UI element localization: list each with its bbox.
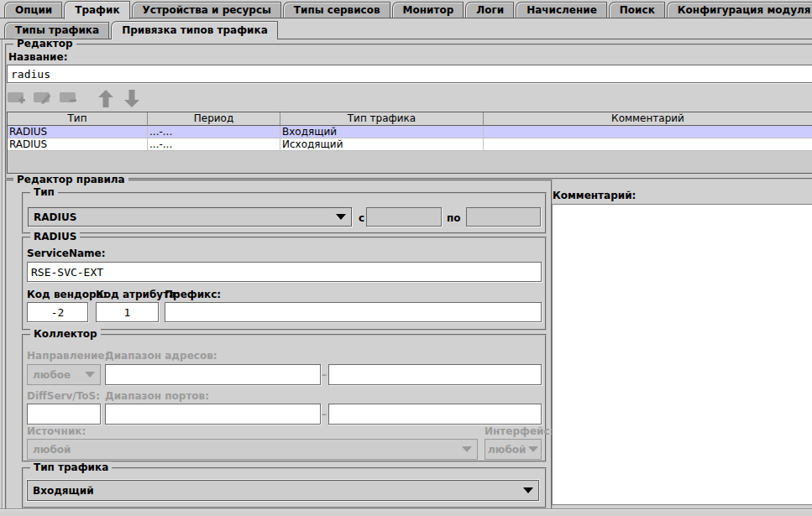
type-combo[interactable]: RADIUS <box>28 207 352 227</box>
cell-type[interactable]: RADIUS <box>8 126 148 138</box>
tab-logs[interactable]: Логи <box>465 2 514 18</box>
source-combo-value: любой <box>33 444 71 456</box>
cell-traffic-type[interactable]: Исходящий <box>280 138 484 151</box>
table-header-row: Тип Период Тип трафика Комментарий <box>8 112 812 126</box>
tab-search[interactable]: Поиск <box>609 2 665 18</box>
col-header-period[interactable]: Период <box>148 112 280 126</box>
source-label: Источник: <box>27 425 86 437</box>
chevron-down-icon <box>528 446 538 452</box>
editor-group-title: Редактор <box>13 38 76 50</box>
chevron-down-icon <box>523 487 533 493</box>
cell-comment[interactable] <box>484 126 812 138</box>
radius-group-title: RADIUS <box>30 231 80 242</box>
diffserv-input[interactable] <box>27 404 101 425</box>
comment-label: Комментарий: <box>553 190 636 201</box>
interface-label: Интерфейс: <box>485 425 542 437</box>
chevron-down-icon <box>85 372 95 378</box>
main-tab-bar: Опции Трафик Устройства и ресурсы Типы с… <box>4 1 812 18</box>
panel-bottom-highlight <box>0 509 812 510</box>
sub-tab-bar: Типы трафика Привязка типов трафика <box>4 21 278 39</box>
servicename-label: ServiceName: <box>27 248 105 259</box>
table-row[interactable]: RADIUS ...-... Входящий <box>8 126 812 138</box>
rule-toolbar <box>7 90 142 107</box>
collector-group-title: Коллектор <box>30 328 101 340</box>
tab-devices-resources[interactable]: Устройства и ресурсы <box>132 2 281 18</box>
rule-editor-title: Редактор правила <box>13 174 128 185</box>
to-label: по <box>447 212 461 224</box>
address-range-label: Диапазон адресов: <box>105 350 217 362</box>
attribute-code-input[interactable] <box>96 302 159 322</box>
col-header-traffic-type[interactable]: Тип трафика <box>280 112 484 126</box>
cell-period[interactable]: ...-... <box>148 126 280 138</box>
interface-combo-value: любой <box>488 444 526 456</box>
direction-combo-value: любое <box>33 369 71 381</box>
add-icon[interactable] <box>7 90 27 107</box>
type-combo-value: RADIUS <box>34 211 76 223</box>
prefix-input[interactable] <box>165 302 542 322</box>
interface-combo: любой <box>485 439 542 460</box>
col-header-comment[interactable]: Комментарий <box>484 112 812 126</box>
cell-type[interactable]: RADIUS <box>8 138 148 151</box>
diffserv-label: DiffServ/ToS: <box>27 390 100 402</box>
chevron-down-icon <box>336 214 346 220</box>
type-group-title: Тип <box>30 186 58 198</box>
traffic-type-combo[interactable]: Входящий <box>27 480 539 501</box>
port-from-input[interactable] <box>105 404 321 425</box>
cell-comment[interactable] <box>484 138 812 151</box>
tab-traffic-types[interactable]: Типы трафика <box>4 22 109 39</box>
name-label: Название: <box>8 51 67 63</box>
servicename-input[interactable] <box>27 262 542 282</box>
cell-traffic-type[interactable]: Входящий <box>280 126 484 138</box>
tab-module-config[interactable]: Конфигурация модуля <box>667 2 812 18</box>
address-to-input[interactable] <box>328 364 542 385</box>
from-input <box>366 207 442 227</box>
tab-traffic-type-binding[interactable]: Привязка типов трафика <box>111 21 278 39</box>
app-window: Опции Трафик Устройства и ресурсы Типы с… <box>0 0 812 516</box>
port-range-label: Диапазон портов: <box>105 390 209 402</box>
tab-traffic[interactable]: Трафик <box>64 1 129 19</box>
port-to-input[interactable] <box>328 404 542 425</box>
tab-accrual[interactable]: Начисление <box>516 2 607 18</box>
direction-combo: любое <box>27 364 101 385</box>
move-down-icon[interactable] <box>122 90 142 107</box>
col-header-type[interactable]: Тип <box>8 112 148 126</box>
tab-options[interactable]: Опции <box>4 2 62 18</box>
vendor-code-input[interactable] <box>27 302 88 322</box>
prefix-label: Префикс: <box>165 289 221 300</box>
traffic-type-combo-value: Входящий <box>33 485 94 497</box>
from-label: с <box>359 212 364 224</box>
to-input <box>466 207 541 227</box>
address-range-dash: – <box>322 369 327 381</box>
rules-table: Тип Период Тип трафика Комментарий RADIU… <box>7 112 812 174</box>
address-from-input[interactable] <box>105 364 321 385</box>
comment-textarea[interactable] <box>552 204 812 505</box>
tab-monitor[interactable]: Монитор <box>392 2 464 18</box>
panel-left-highlight <box>3 39 3 509</box>
tab-service-types[interactable]: Типы сервисов <box>283 2 390 18</box>
table-row[interactable]: RADIUS ...-... Исходящий <box>8 138 812 151</box>
cell-period[interactable]: ...-... <box>148 138 280 151</box>
port-range-dash: – <box>322 409 327 420</box>
direction-label: Направление: <box>27 350 108 362</box>
source-combo: любой <box>27 439 478 460</box>
move-up-icon[interactable] <box>96 90 116 107</box>
chevron-down-icon <box>462 446 472 452</box>
edit-icon[interactable] <box>33 90 53 107</box>
name-input[interactable] <box>7 65 812 83</box>
traffic-type-group-title: Тип трафика <box>30 461 112 473</box>
delete-icon[interactable] <box>59 90 79 107</box>
